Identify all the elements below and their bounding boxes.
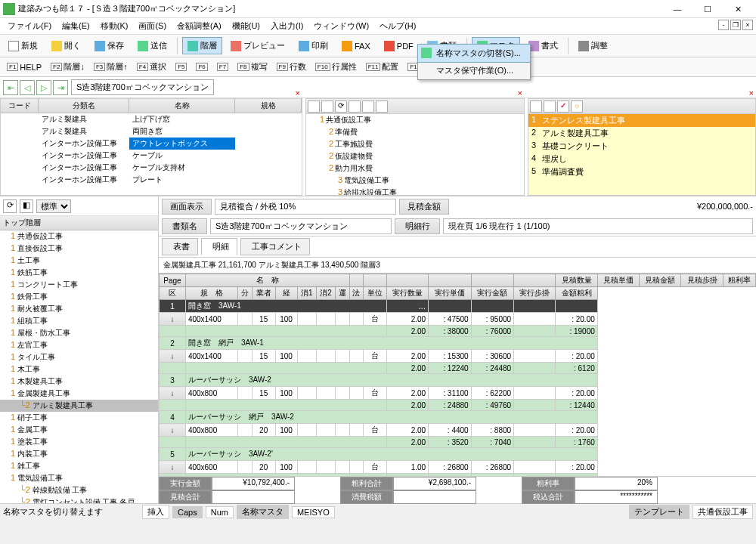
master-maint-item[interactable]: マスタ保守作業(O)... <box>418 62 530 79</box>
tree-node[interactable]: 2工事施設費 <box>306 138 524 150</box>
tree-node[interactable]: 2動力用水費 <box>306 162 524 175</box>
pdf-button[interactable]: PDF <box>379 38 419 54</box>
preview-button[interactable]: プレビュー <box>225 37 290 54</box>
nav-tree-item[interactable]: 1 電気設備工事 <box>0 472 158 484</box>
tree-node[interactable]: 2仮設建物費 <box>306 150 524 162</box>
tab-detail[interactable]: 明細 <box>201 238 237 255</box>
layer-down-button[interactable]: F2階層↓ <box>47 59 88 75</box>
open-button[interactable]: 開く <box>46 37 86 54</box>
nav-tree-item[interactable]: 1 雑工事 <box>0 460 158 472</box>
menu-screen[interactable]: 画面(S) <box>134 19 171 33</box>
nav-tree-item[interactable]: 1 木製建具工事 <box>0 376 158 388</box>
menu-help[interactable]: ヘルプ(H) <box>375 19 420 33</box>
fav-item[interactable]: 1ステンレス製建具工事 <box>528 114 755 127</box>
mdi-minimize-icon[interactable]: - <box>718 20 729 30</box>
p3-check-icon[interactable]: ✓ <box>557 100 569 113</box>
nav-tree-item[interactable]: 1 土工事 <box>0 255 158 267</box>
master-switch-item[interactable]: 名称マスタの切替(S)... <box>417 44 531 63</box>
nav-tree-item[interactable]: 1 鉄骨工事 <box>0 291 158 303</box>
nav-tree-item[interactable]: 1 コンクリート工事 <box>0 279 158 291</box>
nav-tree-item[interactable]: 1 直接仮設工事 <box>0 243 158 255</box>
minimize-button[interactable]: — <box>662 0 692 18</box>
class-row[interactable]: インターホン設備工事アウトレットボックス <box>1 138 302 150</box>
menu-func[interactable]: 機能(U) <box>228 19 265 33</box>
nav-tree-item[interactable]: 1 左官工事 <box>0 339 158 351</box>
menu-amount[interactable]: 金額調整(A) <box>172 19 226 33</box>
p3-sun-icon[interactable]: ☼ <box>571 100 583 113</box>
nav-first-icon[interactable]: ⇤ <box>3 80 18 95</box>
send-button[interactable]: 送信 <box>132 37 172 54</box>
nav-tree-item[interactable]: └2 幹線動設備 工事 <box>0 484 158 496</box>
nav-tree-item[interactable]: 1 金属製建具工事 <box>0 388 158 400</box>
menu-file[interactable]: ファイル(F) <box>3 19 56 33</box>
class-row[interactable]: インターホン設備工事ケーブル支持材 <box>1 162 302 174</box>
nav-tree-item[interactable]: 1 木工事 <box>0 363 158 376</box>
tree-node[interactable]: 3給排水設備工事 <box>306 187 524 195</box>
nav-tree-item[interactable]: 1 塗装工事 <box>0 436 158 448</box>
nav-tree-item[interactable]: 1 鉄筋工事 <box>0 267 158 279</box>
nav-last-icon[interactable]: ⇥ <box>53 80 68 95</box>
attr-button[interactable]: F10行属性 <box>311 59 361 75</box>
nav-tree-item[interactable]: 1 タイル工事 <box>0 351 158 363</box>
close-button[interactable]: ✕ <box>723 0 753 18</box>
class-row[interactable]: インターホン設備工事ケーブル <box>1 150 302 162</box>
class-row[interactable]: アルミ製建具両開き窓 <box>1 125 302 138</box>
nav-tree-item[interactable]: 1 共通仮設工事 <box>0 230 158 243</box>
tree-mode-select[interactable]: 標準 <box>36 199 71 213</box>
nav-tree-item[interactable]: └2 電灯コンセント設備 工事 各戸 <box>0 496 158 503</box>
menu-window[interactable]: ウィンドウ(W) <box>309 19 373 33</box>
save-button[interactable]: 保存 <box>89 37 129 54</box>
p2-box2-icon[interactable] <box>362 100 374 113</box>
tree-node[interactable]: 1共通仮設工事 <box>306 114 524 126</box>
p3-add-icon[interactable] <box>530 100 542 113</box>
menu-io[interactable]: 入出力(I) <box>266 19 308 33</box>
detail-grid[interactable]: Page名 称見積数量見積単価見積金額見積歩掛粗利率区規 格分業者経消1消2運法… <box>159 274 756 476</box>
nav-tree-item[interactable]: 1 内装工事 <box>0 448 158 460</box>
mdi-restore-icon[interactable]: ❐ <box>730 20 741 30</box>
adjust-button[interactable]: 調整 <box>573 37 613 54</box>
tree-tool-icon[interactable]: ◧ <box>20 199 33 213</box>
nav-next-icon[interactable]: ▷ <box>36 80 51 95</box>
tab-comment[interactable]: 工事コメント <box>240 238 310 255</box>
p2-box1-icon[interactable] <box>349 100 361 113</box>
fav-item[interactable]: 5準備調査費 <box>528 165 755 178</box>
layer-up-button[interactable]: F3階層↑ <box>90 59 132 75</box>
fav-item[interactable]: 2アルミ製建具工事 <box>528 127 755 140</box>
class-row[interactable]: インターホン設備工事プレート <box>1 174 302 186</box>
copy-button[interactable]: F8複写 <box>234 59 271 75</box>
layer-button[interactable]: 階層 <box>182 37 222 54</box>
p2-refresh-icon[interactable]: ⟳ <box>335 100 347 113</box>
rows-button[interactable]: F9行数 <box>273 59 310 75</box>
tree-node[interactable]: 2準備費 <box>306 126 524 138</box>
nav-tree-item[interactable]: 1 屋根・防水工事 <box>0 327 158 339</box>
nav-tree-item[interactable]: 1 組積工事 <box>0 315 158 327</box>
nav-tree-item[interactable]: └2 アルミ製建具工事 <box>0 400 158 412</box>
panel2-close-icon[interactable]: × <box>518 88 522 97</box>
mdi-close-icon[interactable]: × <box>742 20 753 30</box>
select-button[interactable]: F4選択 <box>133 59 170 75</box>
tree-node[interactable]: 3電気設備工事 <box>306 175 524 187</box>
p3-add2-icon[interactable] <box>544 100 556 113</box>
class-row[interactable]: アルミ製建具上げ下げ窓 <box>1 113 302 125</box>
tab-cover[interactable]: 表書 <box>162 238 198 255</box>
arrange-button[interactable]: F11配置 <box>362 59 403 75</box>
maximize-button[interactable]: ☐ <box>692 0 723 18</box>
new-button[interactable]: 新規 <box>3 37 43 54</box>
fav-item[interactable]: 3基礎コンクリート <box>528 140 755 153</box>
nav-prev-icon[interactable]: ◁ <box>20 80 35 95</box>
menu-move[interactable]: 移動(K) <box>96 19 133 33</box>
p2-box3-icon[interactable] <box>376 100 388 113</box>
panel3-close-icon[interactable]: × <box>749 88 754 97</box>
p2-folder-icon[interactable] <box>321 100 333 113</box>
p2-add-icon[interactable] <box>308 100 320 113</box>
tree-refresh-icon[interactable]: ⟳ <box>3 199 17 213</box>
fav-item[interactable]: 4埋戻し <box>528 153 755 165</box>
print-button[interactable]: 印刷 <box>293 37 333 54</box>
nav-tree-item[interactable]: 1 金属工事 <box>0 424 158 436</box>
panel1-close-icon[interactable]: × <box>296 88 300 97</box>
nav-tree-item[interactable]: 1 硝子工事 <box>0 412 158 424</box>
nav-tree-item[interactable]: 1 耐火被覆工事 <box>0 303 158 315</box>
fax-button[interactable]: FAX <box>336 38 376 54</box>
help-button[interactable]: F1HELP <box>3 60 45 74</box>
menu-edit[interactable]: 編集(E) <box>57 19 94 33</box>
